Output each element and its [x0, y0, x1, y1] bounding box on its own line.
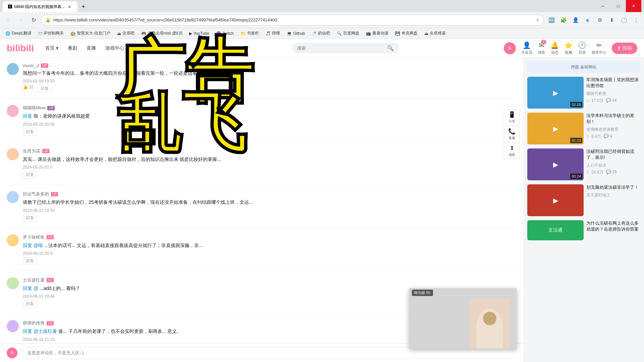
game-icon: 🎮 [141, 31, 146, 36]
nav-shop[interactable]: 会员购 [131, 44, 150, 53]
bookmark-github[interactable]: 💻 Github [284, 31, 308, 37]
username[interactable]: 生而为花 [23, 148, 40, 154]
bookmark-school[interactable]: 🏫 智慧东大-信息门户 [68, 30, 113, 37]
reply-link[interactable]: 回复 @ [23, 286, 38, 291]
like-count[interactable]: 👍 32 [23, 85, 34, 93]
avatar [7, 191, 19, 203]
creator-btn[interactable]: ✏ 创作中心 [592, 41, 606, 55]
bookmark-ip[interactable]: 🛡 IP控制网关 [36, 30, 66, 37]
extensions-icon[interactable]: 🧩 [558, 15, 569, 25]
forward-btn[interactable]: › [15, 15, 26, 25]
video-author: 张雪峰老师谈教育 [586, 127, 640, 132]
settings-icon[interactable]: ⚙ [594, 15, 605, 25]
bookmark-wiki[interactable]: ⛰ 尖塔维基 [422, 30, 448, 37]
reply-btn[interactable]: 回复 [23, 171, 37, 179]
customer-service-btn[interactable]: 📞 客服 [504, 126, 520, 142]
video-title: 车润海名场面丨笑的我想滚出图书馆 [586, 77, 640, 89]
username[interactable]: 好运气多多的 [23, 191, 49, 197]
bookmark-youtube[interactable]: ▶ YouTube [186, 31, 212, 37]
bookmark-spire[interactable]: ⛰ 尖塔吧 [114, 30, 137, 37]
reply-link[interactable]: 回复 @喵 [23, 243, 43, 248]
bookmark-folder[interactable]: 📁 书签栏 [238, 30, 262, 37]
history-icon[interactable]: 🕐 [619, 15, 629, 25]
collect-btn[interactable]: ⭐ 收藏 [564, 41, 573, 55]
reply-btn[interactable]: 回复 [23, 257, 37, 265]
reply-btn[interactable]: 回复 [23, 300, 37, 308]
reply-link[interactable]: 回复 [23, 113, 32, 119]
video-thumbnail: ▶ 00:24 [527, 148, 584, 180]
message-btn[interactable]: ✉ 1 消息 [538, 41, 545, 55]
bookmark-baidu[interactable]: 🔍 百度网盘 [334, 30, 362, 37]
back-btn[interactable]: ‹ [3, 15, 13, 25]
username[interactable]: music_2 [23, 63, 39, 68]
comment-body: 好运气多多的 U3 请教下已经上岸的学长学姐们，25考研备考法硕该怎么学啊，现在… [23, 191, 517, 222]
nav-bangumi[interactable]: 番剧 [66, 44, 79, 53]
search-box[interactable]: 🔍 [292, 43, 399, 53]
avatar [7, 234, 19, 246]
video-card[interactable]: ▶ 02:26 车润海名场面丨笑的我想滚出图书馆 烟雨竹桥墨 ▷ 17.0万 💬… [527, 77, 640, 109]
video-author: 烟雨竹桥墨 [586, 91, 640, 97]
active-tab[interactable]: 🅱 bilibili-国内知名的视频弹幕... ✕ [3, 1, 77, 12]
list-item: 生而为花 U3 其实... 课后去做题，这样效率才会更好，能把题目做对，后的知识… [7, 148, 517, 184]
video-duration: 01:23 [570, 138, 582, 143]
video-card[interactable]: ▶ 01:23 法学本科与法学硕士的差别！ 张雪峰老师谈教育 ▷ 6.4万 💬 … [527, 113, 640, 144]
island-label: 小岛 [508, 119, 515, 124]
bookmark-deepl[interactable]: 🌐 DeepL翻译 [3, 30, 34, 37]
bookmark-twitch[interactable]: 🟣 Twitch [213, 31, 236, 37]
video-card[interactable]: 文法通 为什么法硕在网上有这么多劝退的？岳老师告诉你答案 [527, 220, 640, 240]
dynamic-btn[interactable]: 🔔 动态 [550, 41, 559, 55]
nav-live[interactable]: 直播 [85, 44, 98, 53]
profile-icon[interactable]: 👤 [570, 15, 581, 25]
island-btn[interactable]: 📱 小岛 [504, 109, 520, 125]
nav-game[interactable]: 游戏中心 [103, 44, 126, 53]
username[interactable]: 饼饼的传奇 [23, 320, 45, 326]
floating-video[interactable]: 聊法硕 06: [409, 288, 517, 349]
vip-btn[interactable]: 👤 大会员 [521, 41, 532, 55]
reply-btn[interactable]: 回复 [23, 128, 37, 136]
edge-icon[interactable]: e [582, 15, 593, 25]
back-to-top-btn[interactable]: ⬆ 顶部 [504, 143, 520, 159]
more-icon[interactable]: ⋮ [631, 15, 641, 25]
minimize-btn[interactable]: ─ [595, 0, 610, 12]
bookmark-fanshu[interactable]: 📺 番薯动漫 [363, 30, 391, 37]
video-author: 人心不似水 [586, 163, 640, 168]
browser-toolbar: ‹ › ↻ 🔒 https://www.bilibili.com/video/a… [0, 12, 644, 28]
star-icon[interactable]: ☆ [536, 17, 540, 22]
bookmark-qike[interactable]: 💾 奇克网盘 [392, 30, 420, 37]
github-icon: 💻 [287, 31, 292, 36]
username[interactable]: 罗卜味鳄鱼 [23, 234, 45, 240]
download-icon[interactable]: ⬇ [606, 15, 617, 25]
username[interactable]: 土豆拔红薯 [23, 277, 45, 283]
nav-home[interactable]: 首页 ▾ [43, 44, 60, 53]
tab-close-btn[interactable]: ✕ [67, 4, 72, 9]
user-avatar-small: 头 [7, 348, 17, 358]
reply-btn[interactable]: 回复 [23, 214, 37, 222]
username[interactable]: 喵喵喵Mioe [23, 105, 45, 111]
bookmark-bili[interactable]: 🎵 哔哩 [263, 30, 283, 37]
nav-manga[interactable]: 漫画 [155, 44, 168, 53]
close-btn[interactable]: ✕ [626, 0, 641, 12]
bilibili-logo[interactable]: bilibili [7, 43, 34, 54]
bookmark-game[interactable]: 🎮 杀戮尖塔nosi 虚幻5 [139, 30, 185, 37]
video-thumbnail: ▶ 02:26 [527, 77, 584, 109]
video-card[interactable]: ▶ 00:24 法硕刑法我已经倒背如流了，展示! 人心不似水 ▷ 24.6万 💬… [527, 148, 640, 180]
new-tab-icon[interactable]: 🆕 [546, 15, 557, 25]
wiki-icon: ⛰ [424, 31, 428, 36]
comment-text: 我想问一下备考今年的法... 备考的话大概四月份左右我能看完第一轮，一轮还是边看… [23, 69, 517, 77]
reload-btn[interactable]: ↻ [28, 15, 39, 25]
video-stats: ▷ 6.4万 💬 4 [586, 134, 640, 139]
history-btn[interactable]: 🕐 历史 [578, 41, 586, 55]
reply-link[interactable]: 回复 @土拔红薯 [23, 328, 57, 334]
address-bar[interactable]: 🔒 https://www.bilibili.com/video/av85403… [41, 15, 544, 25]
reply-btn[interactable]: 回复 [38, 85, 52, 93]
video-card[interactable]: ▶ 别无脑劝退法硕非法学了！ 高天原扫地工 [527, 184, 640, 216]
nav-esports[interactable]: 赛事 [174, 44, 187, 53]
search-input[interactable] [297, 46, 384, 51]
bookmark-milk[interactable]: 🍼 奶仙吧 [309, 30, 333, 37]
new-tab[interactable]: + [77, 1, 91, 12]
video-stats: ▷ 24.6万 💬 39 [586, 170, 640, 175]
user-avatar[interactable]: 头 [504, 42, 516, 54]
maximize-btn[interactable]: □ [610, 0, 626, 12]
submit-btn[interactable]: ⬆ 投稿 [612, 43, 637, 54]
search-icon[interactable]: 🔍 [387, 45, 394, 51]
